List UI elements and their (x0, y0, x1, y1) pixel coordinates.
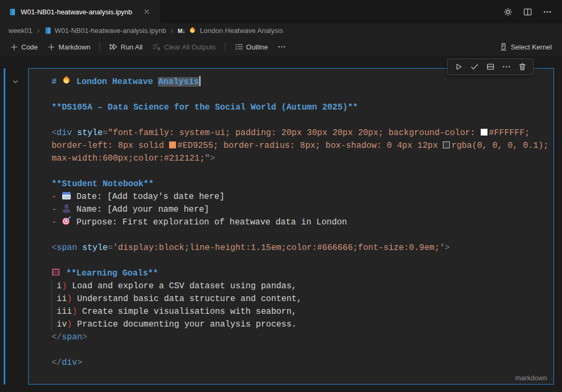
code-token (77, 243, 82, 253)
code-line: max-width:600px;color:#212121;"> (52, 152, 549, 165)
code-token: > (444, 243, 450, 253)
cell-language-label[interactable]: markdown (515, 374, 547, 382)
code-line: **Learning Goals** (52, 267, 549, 280)
more-actions-icon[interactable] (500, 61, 513, 73)
fire-emoji-icon (189, 27, 196, 34)
clear-all-outputs-button[interactable]: Clear All Outputs (148, 41, 220, 53)
code-line: </div> (52, 356, 549, 369)
code-token: ) (67, 320, 72, 329)
add-code-cell-button[interactable]: Code (6, 41, 41, 53)
split-editor-icon[interactable] (522, 6, 534, 18)
code-line: - Name: [Add your name here] (52, 203, 549, 216)
code-line (52, 114, 549, 127)
code-line: # London Heatwave Analysis (52, 76, 549, 88)
code-line: iii) Create simple visualisations with s… (52, 305, 549, 318)
code-line: - Purpose: First exploration of heatwave… (52, 216, 549, 229)
toolbar-separator (225, 43, 225, 51)
code-token: rgba(0, 0, 0, 0.1); (451, 141, 548, 151)
editor-tab-bar: W01-NB01-heatwave-analysis.ipynb (0, 0, 562, 23)
code-line: **Student Notebook** (52, 178, 549, 190)
code-token: - (52, 205, 62, 214)
notebook-file-icon (9, 8, 16, 16)
toolbar-separator (99, 43, 100, 51)
code-token: Create simple visualisations with seabor… (77, 307, 297, 316)
code-line: border-left: 8px solid #ED9255; border-r… (52, 139, 549, 152)
color-swatch-white (481, 129, 488, 136)
select-kernel-button[interactable]: Select Kernel (496, 41, 556, 53)
code-token (72, 128, 77, 138)
calendar-emoji-icon (62, 191, 71, 201)
code-line (52, 344, 549, 356)
code-line (52, 88, 549, 101)
code-token: **Learning Goals** (61, 269, 158, 278)
goal-net-emoji-icon (52, 268, 61, 277)
code-token: "font-family: system-ui; padding: 20px 3… (108, 128, 481, 138)
list-icon (234, 43, 243, 51)
outline-button[interactable]: Outline (231, 41, 272, 53)
code-line: iv) Practice documenting your analysis p… (52, 318, 549, 331)
person-emoji-icon (62, 204, 71, 213)
run-all-icon (109, 43, 118, 51)
code-token: < (52, 128, 57, 138)
close-icon[interactable] (142, 7, 152, 16)
add-markdown-cell-button[interactable]: Markdown (44, 41, 94, 53)
more-actions-icon[interactable] (541, 6, 553, 18)
code-token: Load and explore a CSV dataset using pan… (67, 281, 297, 291)
code-token: Purpose: First exploration of heatwave d… (71, 218, 347, 227)
editor-actions (502, 0, 562, 23)
code-token: ii (52, 294, 67, 304)
code-token: = (108, 243, 113, 253)
gear-icon[interactable] (502, 6, 514, 18)
breadcrumb-heading[interactable]: M↓ London Heatwave Analysis (178, 26, 283, 36)
code-line: <span style='display:block;line-height:1… (52, 241, 549, 254)
clear-outputs-icon (152, 43, 161, 51)
breadcrumb-file[interactable]: W01-NB01-heatwave-analysis.ipynb (44, 27, 166, 35)
code-line: </span> (52, 331, 549, 344)
fire-emoji-icon (62, 76, 71, 86)
code-token: 'display:block;line-height:1.15em;color:… (113, 243, 444, 253)
plus-icon (47, 43, 55, 51)
code-line: - Date: [Add today's date here] (52, 190, 549, 203)
run-all-button[interactable]: Run All (105, 41, 146, 53)
code-token: #ED9255; border-radius: 8px; box-shadow:… (178, 141, 443, 151)
tab-title: W01-NB01-heatwave-analysis.ipynb (21, 8, 132, 16)
more-actions-icon[interactable] (274, 41, 290, 53)
notebook-file-icon (44, 27, 52, 35)
code-token: div (62, 358, 77, 368)
code-line: ii) Understand basic data structure and … (52, 293, 549, 305)
code-token: max-width:600px;color:#212121;" (52, 154, 210, 163)
code-token: iv (52, 320, 67, 329)
target-emoji-icon (62, 216, 71, 226)
code-line: i) Load and explore a CSV dataset using … (52, 280, 549, 293)
split-cell-icon[interactable] (484, 61, 497, 73)
code-token: span (57, 243, 77, 253)
color-swatch-rgba (443, 141, 450, 148)
cell-toolbar (447, 59, 534, 75)
editor-tab[interactable]: W01-NB01-heatwave-analysis.ipynb (0, 0, 160, 23)
focused-cell-indicator (4, 68, 5, 385)
code-token: #FFFFFF; (489, 128, 530, 138)
markdown-cell-editor[interactable]: # London Heatwave Analysis**DS105A – Dat… (29, 69, 553, 384)
code-token: style (82, 243, 108, 253)
code-token: style (77, 128, 103, 138)
delete-cell-icon[interactable] (516, 61, 529, 73)
code-token: div (57, 128, 72, 138)
code-token: ) (72, 307, 77, 316)
stop-editing-icon[interactable] (468, 61, 481, 73)
code-token: > (82, 332, 88, 342)
code-token: London Heatwave (71, 77, 158, 87)
execute-cell-icon[interactable] (452, 61, 465, 73)
code-token: # (52, 77, 62, 87)
code-token: - (52, 218, 62, 227)
code-token: > (210, 154, 215, 163)
chevron-down-icon[interactable] (11, 77, 20, 87)
code-token: ) (62, 281, 67, 291)
breadcrumb-folder[interactable]: week01 (9, 27, 32, 35)
code-line: **DS105A – Data Science for the Social W… (52, 101, 549, 114)
code-token: iii (52, 307, 72, 316)
code-token: i (52, 281, 62, 291)
kernel-icon (499, 43, 508, 51)
code-token: Analysis (158, 77, 199, 87)
code-token: = (103, 128, 108, 138)
code-token: **Student Notebook** (52, 179, 154, 189)
